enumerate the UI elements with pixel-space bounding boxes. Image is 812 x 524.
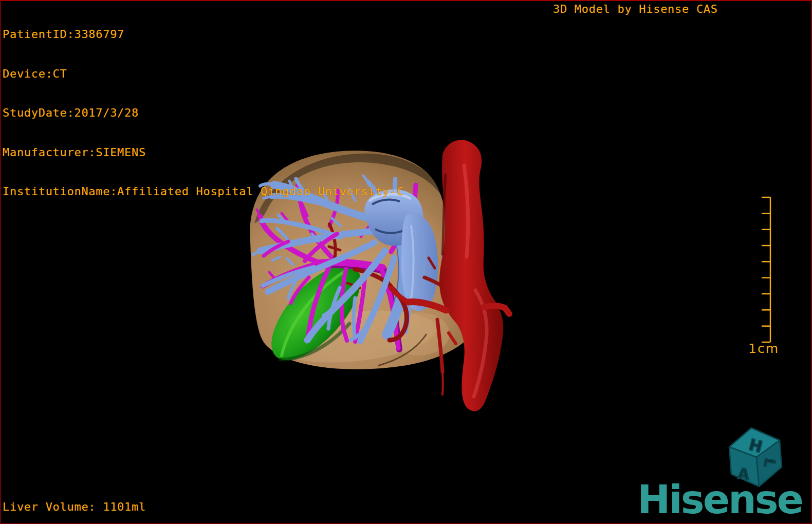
institution-name: InstitutionName:Affiliated Hospital Qing… bbox=[3, 185, 404, 198]
watermark-title: 3D Model by Hisense CAS bbox=[553, 3, 718, 16]
patient-info: PatientID:3386797 Device:CT StudyDate:20… bbox=[3, 2, 404, 211]
patient-id: PatientID:3386797 bbox=[3, 28, 404, 41]
study-date: StudyDate:2017/3/28 bbox=[3, 106, 404, 120]
device: Device:CT bbox=[3, 67, 404, 81]
scale-bar bbox=[762, 197, 770, 342]
liver-volume-label: Liver Volume: 1101ml bbox=[3, 500, 146, 514]
scale-label: 1cm bbox=[748, 341, 779, 356]
manufacturer: Manufacturer:SIEMENS bbox=[3, 146, 404, 159]
hisense-logo: Hisense bbox=[637, 480, 802, 519]
